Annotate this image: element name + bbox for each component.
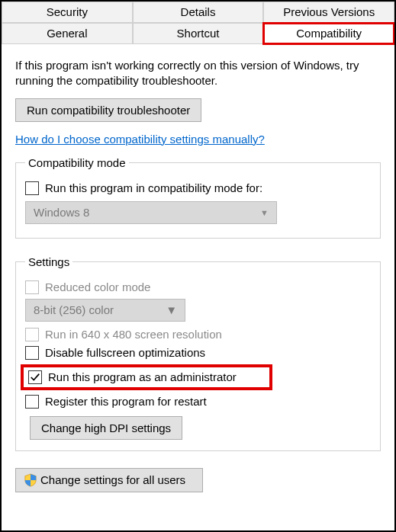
change-all-users-button[interactable]: Change settings for all users xyxy=(15,468,203,492)
color-depth-select: 8-bit (256) color ▼ xyxy=(25,299,185,322)
chevron-down-icon: ▼ xyxy=(260,208,269,217)
change-dpi-button[interactable]: Change high DPI settings xyxy=(30,416,182,440)
compat-mode-checkbox[interactable] xyxy=(25,181,39,195)
tab-previous-versions[interactable]: Previous Versions xyxy=(263,2,394,23)
settings-legend: Settings xyxy=(25,255,72,268)
color-depth-value: 8-bit (256) color xyxy=(34,303,114,316)
compatibility-mode-group: Compatibility mode Run this program in c… xyxy=(15,156,381,239)
tab-shortcut[interactable]: Shortcut xyxy=(133,23,264,44)
help-link[interactable]: How do I choose compatibility settings m… xyxy=(15,133,265,146)
run-640x480-checkbox xyxy=(25,328,39,341)
register-restart-checkbox[interactable] xyxy=(25,395,39,409)
compat-mode-select: Windows 8 ▼ xyxy=(25,201,277,224)
compat-mode-label: Run this program in compatibility mode f… xyxy=(45,181,262,194)
tab-general[interactable]: General xyxy=(2,23,133,44)
compat-mode-select-value: Windows 8 xyxy=(34,206,89,219)
run-as-admin-checkbox[interactable] xyxy=(28,370,42,384)
disable-fullscreen-checkbox[interactable] xyxy=(25,346,39,360)
compatibility-mode-legend: Compatibility mode xyxy=(25,156,129,169)
shield-icon xyxy=(24,473,37,487)
tab-compatibility[interactable]: Compatibility xyxy=(263,23,394,44)
register-restart-label: Register this program for restart xyxy=(45,395,207,408)
chevron-down-icon: ▼ xyxy=(166,303,177,316)
settings-group: Settings Reduced color mode 8-bit (256) … xyxy=(15,255,381,451)
disable-fullscreen-label: Disable fullscreen optimizations xyxy=(45,346,205,359)
intro-text: If this program isn't working correctly … xyxy=(15,58,381,89)
reduced-color-label: Reduced color mode xyxy=(45,280,150,293)
run-640x480-label: Run in 640 x 480 screen resolution xyxy=(45,328,222,341)
run-troubleshooter-button[interactable]: Run compatibility troubleshooter xyxy=(15,98,201,122)
run-as-admin-label: Run this program as an administrator xyxy=(48,370,237,383)
change-all-users-label: Change settings for all users xyxy=(40,473,185,486)
reduced-color-checkbox xyxy=(25,280,39,294)
run-as-admin-highlight: Run this program as an administrator xyxy=(21,364,272,390)
tab-security[interactable]: Security xyxy=(2,2,133,23)
tab-details[interactable]: Details xyxy=(133,2,264,23)
